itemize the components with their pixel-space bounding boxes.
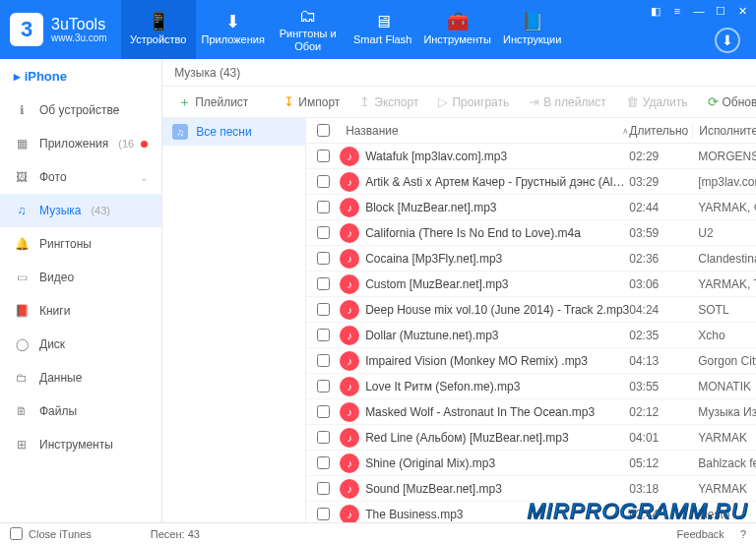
music-file-icon: ♪	[340, 249, 359, 269]
row-checkbox[interactable]	[317, 508, 330, 520]
sidebar-item-2[interactable]: 🖼Фото⌄	[0, 160, 161, 194]
delete-button[interactable]: 🗑Удалить	[618, 91, 696, 114]
row-checkbox[interactable]	[317, 226, 330, 239]
track-duration: 02:12	[629, 405, 692, 419]
track-name: Watafuk [mp3lav.com].mp3	[365, 150, 507, 163]
table-row[interactable]: ♪Dollar (Muztune.net).mp3 02:35 Xcho 5.9…	[306, 323, 756, 348]
sidebar-item-label: Данные	[39, 371, 82, 385]
track-name: Masked Wolf - Astronaut In The Ocean.mp3	[365, 405, 595, 419]
sidebar-item-6[interactable]: 📕Книги	[0, 294, 161, 328]
row-checkbox[interactable]	[317, 303, 330, 316]
row-checkbox[interactable]	[317, 380, 330, 393]
column-name[interactable]: Название∧	[340, 124, 629, 138]
table-row[interactable]: ♪Red Line (Альбом) [MuzBear.net].mp3 04:…	[306, 425, 756, 451]
table-row[interactable]: ♪The Business.mp3 02:44 Tiesto 6.31 MB	[306, 502, 756, 522]
help-icon[interactable]: ?	[740, 528, 746, 540]
play-button[interactable]: ▷Проиграть	[430, 91, 517, 114]
table-row[interactable]: ♪Watafuk [mp3lav.com].mp3 02:29 MORGENSH…	[306, 144, 756, 169]
play-icon: ▷	[438, 94, 448, 109]
track-artist: Xcho	[692, 329, 756, 342]
track-duration: 03:29	[629, 175, 692, 189]
sidebar-item-label: Диск	[39, 337, 65, 351]
sidebar-icon: 🗎	[14, 404, 30, 418]
row-checkbox[interactable]	[317, 482, 330, 495]
track-artist: Tiesto	[692, 508, 756, 521]
track-name: Cocaina [Mp3Fly.net].mp3	[365, 252, 502, 266]
maximize-button[interactable]: ☐	[713, 4, 728, 18]
table-row[interactable]: ♪Deep House mix vol.10 (June 2014) - Tra…	[306, 297, 756, 323]
sidebar-item-0[interactable]: ℹОб устройстве	[0, 93, 161, 127]
table-row[interactable]: ♪Block [MuzBear.net].mp3 02:44 YARMAK, Ф…	[306, 195, 756, 220]
playlist-item-label: Все песни	[196, 125, 252, 139]
row-checkbox[interactable]	[317, 431, 330, 444]
sidebar-icon: ▭	[14, 271, 30, 284]
sidebar-item-9[interactable]: 🗎Файлы	[0, 394, 161, 428]
table-row[interactable]: ♪Sound [MuzBear.net].mp3 03:18 YARMAK 7.…	[306, 476, 756, 502]
top-tab-5[interactable]: 📘Инструкции	[495, 0, 570, 59]
song-count: Песен: 43	[151, 528, 200, 540]
refresh-button[interactable]: ⟳Обновить	[700, 91, 756, 114]
track-name: Sound [MuzBear.net].mp3	[365, 482, 502, 496]
import-button[interactable]: ↧Импорт	[276, 91, 347, 114]
sidebar-item-1[interactable]: ▦Приложения(16	[0, 127, 161, 160]
table-row[interactable]: ♪Love It Ритм (Sefon.me).mp3 03:55 MONAT…	[306, 374, 756, 399]
top-tab-2[interactable]: 🗂Рингтоны и Обои	[271, 0, 346, 59]
table-row[interactable]: ♪Custom [MuzBear.net].mp3 03:06 YARMAK, …	[306, 272, 756, 297]
table-row[interactable]: ♪Cocaina [Mp3Fly.net].mp3 02:36 Clandest…	[306, 246, 756, 272]
top-tab-1[interactable]: ⬇Приложения	[196, 0, 271, 59]
track-artist: YARMAK, Tof	[692, 277, 756, 291]
sidebar-item-label: Файлы	[39, 404, 77, 418]
row-checkbox[interactable]	[317, 277, 330, 290]
track-table: Название∧ Длительно Исполнитель Размер ♪…	[306, 118, 756, 522]
sidebar-icon: 🔔	[14, 237, 30, 251]
close-itunes-input[interactable]	[10, 527, 23, 540]
window-shield-icon[interactable]: ◧	[648, 4, 663, 18]
window-lines-icon[interactable]: ≡	[669, 4, 685, 18]
row-checkbox[interactable]	[317, 329, 330, 341]
track-artist: MORGENSHTE…	[692, 150, 756, 163]
select-all-checkbox[interactable]	[317, 124, 330, 137]
top-tab-0[interactable]: 📱Устройство	[121, 0, 196, 59]
track-duration: 02:29	[629, 150, 692, 163]
track-artist: YARMAK, Фир	[692, 201, 756, 214]
row-checkbox[interactable]	[317, 252, 330, 265]
sidebar-item-8[interactable]: 🗀Данные	[0, 361, 161, 394]
sidebar-item-3[interactable]: ♫Музыка(43)	[0, 194, 161, 227]
sidebar-item-5[interactable]: ▭Видео	[0, 261, 161, 294]
playlist-all-songs[interactable]: ♫ Все песни	[162, 118, 305, 146]
column-duration[interactable]: Длительно	[629, 124, 692, 138]
sidebar-item-label: Фото	[39, 170, 67, 184]
app-subtitle: www.3u.com	[51, 32, 107, 43]
download-button[interactable]: ⬇	[715, 28, 740, 53]
table-row[interactable]: ♪Artik & Asti x Артем Качер - Грустный д…	[306, 169, 756, 195]
sidebar-item-label: Видео	[39, 271, 74, 284]
table-row[interactable]: ♪California (There Is No End to Love).m4…	[306, 220, 756, 246]
close-button[interactable]: ✕	[734, 4, 750, 18]
chevron-down-icon: ⌄	[140, 172, 148, 183]
table-row[interactable]: ♪Shine (Original Mix).mp3 05:12 Bahlzack…	[306, 451, 756, 476]
app-body: ▸ iPhone ℹОб устройстве▦Приложения(16🖼Фо…	[0, 59, 756, 522]
row-checkbox[interactable]	[317, 150, 330, 162]
close-itunes-checkbox[interactable]: Close iTunes	[10, 527, 92, 540]
playlist-button[interactable]: ＋Плейлист	[170, 91, 256, 114]
top-tab-label: Рингтоны и Обои	[271, 28, 346, 51]
top-tab-3[interactable]: 🖥Smart Flash	[346, 0, 420, 59]
feedback-link[interactable]: Feedback	[677, 528, 724, 540]
playlist-column: ♫ Все песни	[162, 118, 306, 522]
minimize-button[interactable]: —	[691, 4, 707, 18]
column-artist[interactable]: Исполнитель	[692, 124, 756, 138]
row-checkbox[interactable]	[317, 405, 330, 418]
table-row[interactable]: ♪Masked Wolf - Astronaut In The Ocean.mp…	[306, 399, 756, 425]
sidebar-device-header[interactable]: ▸ iPhone	[0, 59, 161, 93]
table-row[interactable]: ♪Impaired Vision (Monkey MO Remix) .mp3 …	[306, 348, 756, 374]
row-checkbox[interactable]	[317, 201, 330, 213]
top-tab-4[interactable]: 🧰Инструменты	[420, 0, 495, 59]
to-playlist-button[interactable]: ⇥В плейлист	[521, 91, 613, 114]
row-checkbox[interactable]	[317, 175, 330, 188]
sidebar-item-4[interactable]: 🔔Рингтоны	[0, 227, 161, 261]
export-button[interactable]: ↥Экспорт	[351, 91, 426, 114]
sidebar-item-7[interactable]: ◯Диск	[0, 328, 161, 361]
row-checkbox[interactable]	[317, 456, 330, 469]
sidebar-item-10[interactable]: ⊞Инструменты	[0, 428, 161, 461]
row-checkbox[interactable]	[317, 354, 330, 367]
